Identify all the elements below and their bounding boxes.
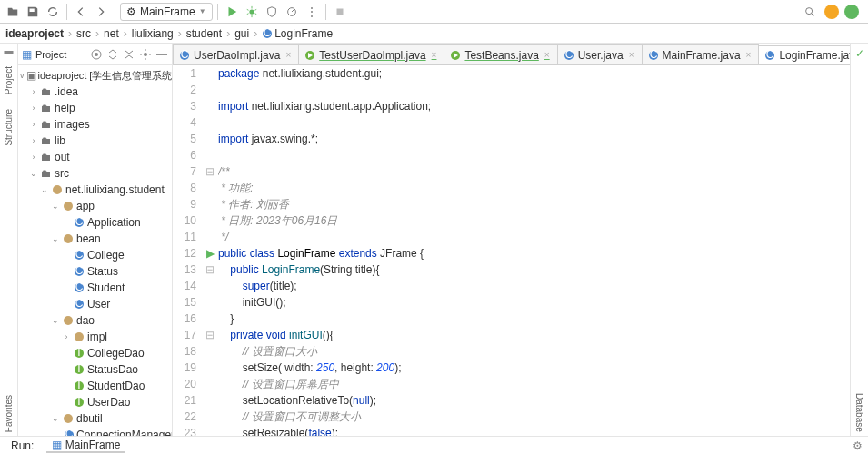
tree-node[interactable]: ›🖿.idea bbox=[18, 84, 172, 100]
code-line[interactable]: * 功能: bbox=[218, 180, 850, 196]
select-opened-icon[interactable] bbox=[90, 48, 103, 61]
open-icon[interactable] bbox=[4, 3, 22, 21]
save-icon[interactable] bbox=[24, 3, 42, 21]
editor-tab[interactable]: TestUserDaoImpl.java× bbox=[298, 44, 444, 64]
tree-root[interactable]: v ▣ ideaproject [学生信息管理系统（MySQL版）] bbox=[18, 67, 172, 84]
code-line[interactable]: package net.liulixiang.student.gui; bbox=[218, 65, 850, 82]
debug-icon[interactable] bbox=[243, 3, 261, 21]
tree-node[interactable]: ⌄bean bbox=[18, 231, 172, 247]
right-tab-database[interactable]: Database bbox=[854, 390, 864, 436]
code-line[interactable]: } bbox=[218, 311, 850, 327]
project-tree[interactable]: v ▣ ideaproject [学生信息管理系统（MySQL版）] ›🖿.id… bbox=[18, 65, 172, 436]
code-line[interactable]: private void initGUI(){ bbox=[218, 327, 850, 343]
gear-icon[interactable]: ⚙ bbox=[853, 439, 863, 452]
code-line[interactable]: * 作者: 刘丽香 bbox=[218, 196, 850, 212]
expand-all-icon[interactable] bbox=[106, 48, 119, 61]
avatar-1[interactable] bbox=[824, 5, 839, 19]
close-tab-icon[interactable]: × bbox=[544, 50, 550, 60]
tree-node[interactable]: ⌄net.liulixiang.student bbox=[18, 182, 172, 198]
editor-tab[interactable]: CUser.java× bbox=[557, 44, 643, 64]
code-line[interactable]: super(title); bbox=[218, 278, 850, 294]
tree-node[interactable]: ›🖿lib bbox=[18, 133, 172, 149]
stop-icon[interactable] bbox=[331, 3, 349, 21]
forward-icon[interactable] bbox=[92, 3, 110, 21]
tree-node[interactable]: ›🖿out bbox=[18, 149, 172, 165]
editor-tab[interactable]: CUserDaoImpl.java× bbox=[173, 44, 299, 64]
tree-node[interactable]: IStatusDao bbox=[18, 361, 172, 378]
close-tab-icon[interactable]: × bbox=[629, 50, 634, 60]
close-tab-icon[interactable]: × bbox=[746, 50, 752, 60]
code-line[interactable]: // 设置窗口大小 bbox=[218, 343, 850, 360]
close-tab-icon[interactable]: × bbox=[285, 50, 291, 60]
code-editor[interactable]: 1234567891011121314151617181920212223242… bbox=[173, 65, 850, 436]
code-line[interactable]: /** bbox=[218, 163, 850, 180]
tree-node[interactable]: IUserDao bbox=[18, 394, 172, 410]
code-line[interactable]: // 设置窗口不可调整大小 bbox=[218, 409, 850, 425]
tree-node[interactable]: CConnectionManager bbox=[18, 427, 172, 436]
hide-icon[interactable]: — bbox=[155, 48, 168, 61]
class-icon: C bbox=[73, 265, 85, 278]
code-line[interactable] bbox=[218, 114, 850, 131]
fold-icon[interactable]: ⊟ bbox=[205, 329, 215, 341]
fold-icon[interactable]: ⊟ bbox=[205, 165, 215, 178]
coverage-icon[interactable] bbox=[263, 3, 281, 21]
run-tool-target[interactable]: ▦ MainFrame bbox=[46, 439, 125, 453]
back-icon[interactable] bbox=[72, 3, 90, 21]
code-line[interactable]: * 日期: 2023年06月16日 bbox=[218, 212, 850, 229]
tree-node[interactable]: CCollege bbox=[18, 247, 172, 263]
settings-icon[interactable] bbox=[139, 48, 152, 61]
code-line[interactable]: public class LoginFrame extends JFrame { bbox=[218, 245, 850, 262]
bc-leaf[interactable]: LoginFrame bbox=[274, 27, 333, 40]
code-line[interactable]: */ bbox=[218, 229, 850, 245]
code-line[interactable] bbox=[218, 82, 850, 98]
code-line[interactable]: public LoginFrame(String title){ bbox=[218, 262, 850, 278]
profile-icon[interactable] bbox=[283, 3, 301, 21]
editor-tab[interactable]: TestBeans.java× bbox=[444, 44, 557, 64]
tree-node[interactable]: IStudentDao bbox=[18, 378, 172, 394]
code-line[interactable]: initGUI(); bbox=[218, 294, 850, 311]
collapse-all-icon[interactable] bbox=[123, 48, 135, 61]
bc-item[interactable]: net bbox=[104, 27, 119, 40]
fold-icon[interactable]: ⊟ bbox=[205, 263, 215, 276]
tree-node[interactable]: ›🖿images bbox=[18, 116, 172, 133]
code-line[interactable]: setLocationRelativeTo(null); bbox=[218, 392, 850, 409]
tree-node[interactable]: CApplication bbox=[18, 214, 172, 231]
left-tab-project[interactable]: Project bbox=[4, 63, 14, 98]
bc-item[interactable]: liulixiang bbox=[132, 27, 174, 40]
tree-node[interactable]: ›impl bbox=[18, 329, 172, 345]
editor-tab[interactable]: CLoginFrame.java× bbox=[758, 45, 850, 65]
run-config-combo[interactable]: ⚙ MainFrame ▼ bbox=[120, 3, 213, 21]
tree-node[interactable]: ⌄🖿src bbox=[18, 165, 172, 182]
tree-node[interactable]: ⌄dbutil bbox=[18, 410, 172, 427]
avatar-2[interactable] bbox=[844, 5, 859, 19]
run-gutter-icon[interactable]: ▶ bbox=[206, 247, 215, 260]
code-line[interactable]: // 设置窗口屏幕居中 bbox=[218, 376, 850, 392]
tree-node[interactable]: ⌄app bbox=[18, 198, 172, 214]
tree-node[interactable]: CStatus bbox=[18, 263, 172, 280]
run-icon[interactable] bbox=[223, 3, 241, 21]
more-icon[interactable]: ⋮ bbox=[303, 3, 321, 21]
code-line[interactable]: import net.liulixiang.student.app.Applic… bbox=[218, 98, 850, 114]
tree-node[interactable]: ICollegeDao bbox=[18, 345, 172, 361]
search-everywhere-icon[interactable] bbox=[801, 3, 819, 21]
tree-node[interactable]: ⌄dao bbox=[18, 312, 172, 329]
code-line[interactable]: setSize( width: 250, height: 200); bbox=[218, 360, 850, 376]
bc-item[interactable]: gui bbox=[234, 27, 249, 40]
collapse-icon[interactable]: ▬ bbox=[5, 45, 14, 55]
editor-tab[interactable]: CMainFrame.java× bbox=[642, 44, 760, 64]
bc-item[interactable]: src bbox=[76, 27, 91, 40]
bc-root[interactable]: ideaproject bbox=[5, 27, 64, 40]
left-tab-structure[interactable]: Structure bbox=[4, 105, 14, 150]
code-line[interactable]: setResizable(false); bbox=[218, 425, 850, 436]
close-tab-icon[interactable]: × bbox=[432, 50, 437, 60]
bc-item[interactable]: student bbox=[186, 27, 222, 40]
tree-node[interactable]: CUser bbox=[18, 296, 172, 312]
run-tool-label[interactable]: Run: bbox=[5, 439, 39, 452]
sync-icon[interactable] bbox=[44, 3, 62, 21]
code-line[interactable]: import javax.swing.*; bbox=[218, 131, 850, 147]
tree-node[interactable]: CStudent bbox=[18, 280, 172, 296]
code-line[interactable] bbox=[218, 147, 850, 163]
inspection-ok-icon[interactable]: ✓ bbox=[855, 47, 864, 60]
tree-node[interactable]: ›🖿help bbox=[18, 100, 172, 116]
left-tab-favorites[interactable]: Favorites bbox=[4, 391, 14, 436]
